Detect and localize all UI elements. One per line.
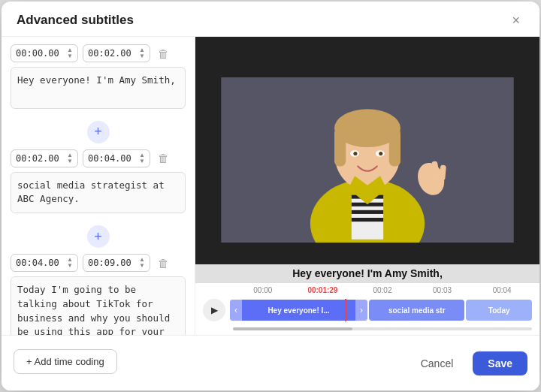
spinner-down[interactable]: ▼ [67, 263, 73, 269]
modal-footer: + Add time coding Cancel Save [2, 335, 539, 390]
scrollbar-track [233, 327, 532, 330]
left-panel: 00:00.00 ▲ ▼ 00:02.00 ▲ ▼ 🗑 [2, 37, 195, 335]
scrollbar-thumb[interactable] [233, 327, 352, 330]
time-row-3: 00:04.00 ▲ ▼ 00:09.00 ▲ ▼ 🗑 [11, 254, 186, 272]
subtitle-overlay: Hey everyone! I'm Amy Smith, [195, 264, 539, 282]
time-spinners-end-3: ▲ ▼ [139, 257, 145, 269]
subtitle-text-1[interactable]: Hey everyone! I'm Amy Smith, [11, 67, 186, 109]
delete-block-2[interactable]: 🗑 [155, 150, 172, 166]
spinner-down[interactable]: ▼ [139, 263, 145, 269]
time-end-2[interactable]: 00:04.00 ▲ ▼ [83, 149, 150, 167]
clip-prev-button[interactable]: ‹ [230, 300, 242, 321]
track-clips: ‹ Hey everyone! I... › social media str … [230, 299, 532, 321]
cancel-button[interactable]: Cancel [409, 351, 466, 375]
clip-3-label: Today [488, 306, 510, 315]
footer-left: + Add time coding [14, 343, 117, 383]
clip-1-label: Hey everyone! I... [255, 306, 341, 315]
add-subtitle-after-2-button[interactable]: + [87, 225, 110, 248]
clip-next-button[interactable]: › [355, 300, 367, 321]
svg-rect-7 [352, 218, 383, 222]
svg-rect-6 [352, 210, 383, 213]
subtitle-block-2: 00:02.00 ▲ ▼ 00:04.00 ▲ ▼ 🗑 [11, 149, 186, 217]
spinner-down[interactable]: ▼ [67, 158, 73, 164]
save-button[interactable]: Save [473, 351, 527, 375]
subtitle-text-2[interactable]: social media strategist at ABC Agency. [11, 172, 186, 214]
video-area: Hey everyone! I'm Amy Smith, [195, 37, 539, 282]
ruler-mark-0: 00:00 [233, 286, 293, 294]
time-spinners-start-2: ▲ ▼ [67, 152, 73, 164]
time-spinners-start-3: ▲ ▼ [67, 257, 73, 269]
spinner-down[interactable]: ▼ [139, 53, 145, 59]
svg-rect-12 [389, 128, 400, 166]
add-subtitle-after-1-button[interactable]: + [87, 121, 110, 143]
modal-header: Advanced subtitles × [2, 2, 539, 37]
timeline-scrollbar[interactable] [195, 326, 539, 335]
clip-2-label: social media str [388, 306, 446, 315]
time-spinners-end-1: ▲ ▼ [139, 47, 145, 59]
add-after-1: + [87, 121, 110, 143]
timeline-area: 00:00 00:01:29 00:02 00:03 00:04 ▶ ‹ [195, 282, 539, 335]
time-row-2: 00:02.00 ▲ ▼ 00:04.00 ▲ ▼ 🗑 [11, 149, 186, 167]
time-spinners-end-2: ▲ ▼ [139, 152, 145, 164]
delete-block-3[interactable]: 🗑 [155, 255, 172, 271]
time-start-1[interactable]: 00:00.00 ▲ ▼ [11, 44, 78, 62]
time-start-3[interactable]: 00:04.00 ▲ ▼ [11, 254, 78, 272]
clip-3[interactable]: Today [466, 300, 532, 321]
subtitle-block-3: 00:04.00 ▲ ▼ 00:09.00 ▲ ▼ 🗑 [11, 254, 186, 335]
spinner-down[interactable]: ▼ [139, 158, 145, 164]
play-button[interactable]: ▶ [203, 299, 225, 321]
modal-body: 00:00.00 ▲ ▼ 00:02.00 ▲ ▼ 🗑 [2, 37, 539, 335]
time-start-2[interactable]: 00:02.00 ▲ ▼ [11, 149, 78, 167]
ruler-mark-2: 00:02 [352, 286, 413, 294]
playhead [345, 299, 346, 321]
ruler-mark-current: 00:01:29 [293, 286, 353, 294]
spinner-down[interactable]: ▼ [67, 53, 73, 59]
time-end-3[interactable]: 00:09.00 ▲ ▼ [83, 254, 150, 272]
subtitle-overlay-text: Hey everyone! I'm Amy Smith, [292, 267, 443, 279]
add-after-2: + [87, 225, 110, 248]
subtitle-text-3[interactable]: Today I'm going to be talking about TikT… [11, 276, 186, 335]
right-panel: Hey everyone! I'm Amy Smith, 00:00 00:01… [195, 37, 539, 335]
timeline-track: ▶ ‹ Hey everyone! I... › social media st… [195, 296, 539, 326]
svg-rect-11 [334, 128, 346, 166]
advanced-subtitles-modal: Advanced subtitles × 00:00.00 ▲ ▼ 00:02. [2, 2, 539, 390]
clip-1[interactable]: ‹ Hey everyone! I... › [230, 300, 367, 321]
footer-right: Cancel Save [409, 351, 527, 375]
ruler-mark-3: 00:03 [413, 286, 473, 294]
ruler-mark-4: 00:04 [472, 286, 532, 294]
ruler-marks: 00:00 00:01:29 00:02 00:03 00:04 [233, 286, 532, 294]
svg-point-15 [353, 152, 357, 155]
add-time-coding-button[interactable]: + Add time coding [14, 349, 117, 374]
svg-point-16 [379, 152, 382, 155]
subtitle-block-1: 00:00.00 ▲ ▼ 00:02.00 ▲ ▼ 🗑 [11, 44, 186, 112]
delete-block-1[interactable]: 🗑 [155, 46, 172, 62]
time-end-1[interactable]: 00:02.00 ▲ ▼ [83, 44, 150, 62]
close-button[interactable]: × [507, 12, 524, 29]
timeline-ruler: 00:00 00:01:29 00:02 00:03 00:04 [195, 283, 539, 296]
time-row-1: 00:00.00 ▲ ▼ 00:02.00 ▲ ▼ 🗑 [11, 44, 186, 62]
modal-title: Advanced subtitles [17, 13, 134, 28]
clip-2[interactable]: social media str [369, 300, 464, 321]
video-thumbnail [195, 77, 539, 243]
time-spinners-start-1: ▲ ▼ [67, 47, 73, 59]
